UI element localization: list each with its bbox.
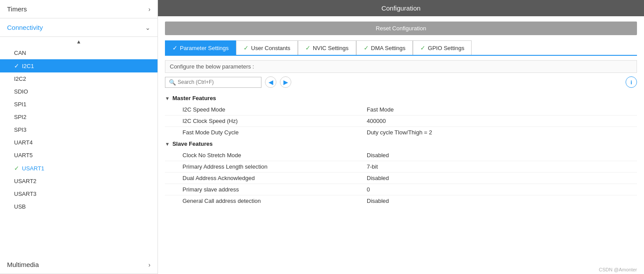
section-master-features[interactable]: ▼ Master Features (165, 92, 637, 104)
tab-check-icon-user: ✓ (243, 44, 249, 51)
table-row: I2C Clock Speed (Hz) 400000 (165, 115, 637, 126)
sidebar-item-USART1[interactable]: ✓ USART1 (0, 162, 157, 175)
param-name: General Call address detection (182, 198, 367, 204)
sidebar-item-CAN[interactable]: CAN (0, 47, 157, 59)
connectivity-label: Connectivity (7, 24, 43, 31)
param-name: Fast Mode Duty Cycle (182, 129, 367, 136)
table-row: Primary slave address 0 (165, 184, 637, 195)
config-header: Configuration (158, 0, 644, 16)
section-label-master: Master Features (172, 95, 216, 101)
sidebar-item-label: USART1 (22, 165, 44, 172)
watermark-text: CSDN @Amonter (599, 267, 637, 272)
param-value: 7-bit (367, 163, 378, 170)
sidebar-item-label: SPI3 (14, 126, 26, 133)
sidebar-item-SPI3[interactable]: SPI3 (0, 123, 157, 136)
nav-next-button[interactable]: ▶ (280, 76, 291, 88)
param-value: Duty cycle Tlow/Thigh = 2 (367, 129, 432, 136)
tab-user-constants[interactable]: ✓ User Constants (236, 40, 298, 55)
param-value: Disabled (367, 175, 389, 181)
tab-parameter-settings[interactable]: ✓ Parameter Settings (165, 40, 236, 55)
settings-tabs: ✓ Parameter Settings ✓ User Constants ✓ … (165, 40, 637, 56)
timers-label: Timers (7, 5, 27, 13)
sidebar-item-label: USB (14, 203, 26, 210)
param-value: 400000 (367, 118, 386, 124)
connectivity-chevron-icon: ⌄ (145, 24, 150, 31)
sidebar-item-label: I2C2 (14, 76, 26, 82)
sidebar-item-I2C1[interactable]: ✓ I2C1 (0, 59, 157, 72)
table-row: Primary Address Length selection 7-bit (165, 161, 637, 172)
param-name: Clock No Stretch Mode (182, 152, 367, 159)
sidebar-item-label: UART5 (14, 152, 32, 159)
tab-gpio-settings[interactable]: ✓ GPIO Settings (413, 40, 472, 55)
parameters-area: ▼ Master Features I2C Speed Mode Fast Mo… (165, 92, 637, 260)
sidebar-section-timers[interactable]: Timers › (0, 0, 157, 18)
section-label-slave: Slave Features (172, 141, 213, 147)
sidebar-item-label: USART3 (14, 191, 36, 197)
sidebar-item-label: I2C1 (22, 63, 34, 69)
param-value: Fast Mode (367, 106, 394, 113)
search-icon: 🔍 (169, 79, 176, 86)
tab-dma-settings[interactable]: ✓ DMA Settings (356, 40, 413, 55)
param-name: I2C Clock Speed (Hz) (182, 118, 367, 124)
main-content: Configuration Reset Configuration ✓ Para… (158, 0, 644, 274)
sidebar-item-label: SPI1 (14, 101, 26, 108)
table-row: General Call address detection Disabled (165, 195, 637, 206)
config-title: Configuration (381, 4, 420, 12)
search-input-wrap[interactable]: 🔍 (165, 77, 261, 88)
section-slave-features[interactable]: ▼ Slave Features (165, 138, 637, 150)
sidebar-item-UART5[interactable]: UART5 (0, 149, 157, 162)
sidebar-item-USB[interactable]: USB (0, 200, 157, 213)
info-bar-text: Configure the below parameters : (170, 63, 254, 70)
sidebar-item-label: UART4 (14, 139, 32, 146)
param-name: Primary slave address (182, 186, 367, 193)
sidebar-item-label: SDIO (14, 88, 28, 95)
collapse-icon-slave: ▼ (165, 141, 170, 147)
reset-configuration-button[interactable]: Reset Configuration (165, 22, 637, 35)
param-name: Primary Address Length selection (182, 163, 367, 170)
table-row: Clock No Stretch Mode Disabled (165, 150, 637, 161)
sidebar-section-connectivity[interactable]: Connectivity ⌄ (0, 18, 157, 37)
timers-chevron-icon: › (148, 6, 150, 13)
sidebar-item-UART4[interactable]: UART4 (0, 136, 157, 149)
param-value: Disabled (367, 198, 389, 204)
multimedia-label: Multimedia (7, 261, 39, 268)
tab-label-dma: DMA Settings (371, 45, 406, 51)
info-button[interactable]: i (626, 76, 637, 88)
sidebar-item-I2C2[interactable]: I2C2 (0, 72, 157, 85)
table-row: Dual Address Acknowledged Disabled (165, 172, 637, 184)
table-row: Fast Mode Duty Cycle Duty cycle Tlow/Thi… (165, 126, 637, 138)
nav-prev-button[interactable]: ◀ (265, 76, 276, 88)
tab-label-nvic: NVIC Settings (313, 45, 349, 51)
tab-label-user: User Constants (251, 45, 290, 51)
collapse-icon-master: ▼ (165, 96, 170, 101)
multimedia-chevron-icon: › (148, 261, 150, 268)
check-icon-I2C1: ✓ (14, 62, 19, 69)
table-row: I2C Speed Mode Fast Mode (165, 104, 637, 115)
sidebar-item-SDIO[interactable]: SDIO (0, 85, 157, 98)
check-icon-USART1: ✓ (14, 165, 19, 172)
tab-label-gpio: GPIO Settings (428, 45, 464, 51)
search-input[interactable] (178, 79, 248, 85)
sidebar-item-USART2[interactable]: USART2 (0, 175, 157, 187)
sidebar-item-SPI2[interactable]: SPI2 (0, 111, 157, 123)
master-features-params: I2C Speed Mode Fast Mode I2C Clock Speed… (165, 104, 637, 138)
sidebar-item-label: CAN (14, 50, 26, 56)
tab-check-icon-dma: ✓ (364, 44, 369, 51)
param-value: Disabled (367, 152, 389, 159)
search-bar: 🔍 ◀ ▶ i (165, 76, 637, 88)
info-bar: Configure the below parameters : (165, 60, 637, 73)
connectivity-items-list: CAN ✓ I2C1 I2C2 SDIO SPI1 SPI2 SPI3 UART… (0, 47, 157, 213)
param-name: I2C Speed Mode (182, 106, 367, 113)
sidebar-item-SPI1[interactable]: SPI1 (0, 98, 157, 111)
slave-features-params: Clock No Stretch Mode Disabled Primary A… (165, 150, 637, 206)
config-body: Reset Configuration ✓ Parameter Settings… (158, 16, 644, 265)
scroll-up-indicator: ▲ (0, 37, 157, 47)
sidebar-item-USART3[interactable]: USART3 (0, 187, 157, 200)
tab-nvic-settings[interactable]: ✓ NVIC Settings (298, 40, 356, 55)
sidebar: Timers › Connectivity ⌄ ▲ CAN ✓ I2C1 I2C… (0, 0, 158, 274)
sidebar-section-multimedia[interactable]: Multimedia › (0, 256, 157, 274)
tab-check-icon-nvic: ✓ (305, 44, 311, 51)
sidebar-item-label: SPI2 (14, 114, 26, 120)
sidebar-item-label: USART2 (14, 178, 36, 184)
param-value: 0 (367, 186, 370, 193)
